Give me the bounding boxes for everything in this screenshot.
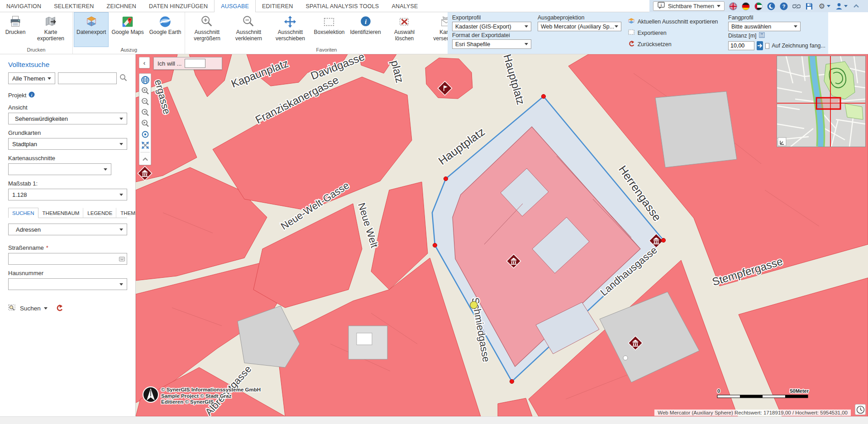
zoom-next-icon[interactable] — [141, 119, 150, 128]
selection-vertex[interactable] — [433, 243, 437, 247]
projection-column: Ausgabeprojektion Web Mercator (Auxiliar… — [538, 14, 621, 52]
svg-text:0: 0 — [717, 388, 720, 394]
flag-de-icon[interactable] — [742, 2, 750, 10]
ribbon-button-ausschnitt-verschieben[interactable]: Ausschnitt verschieben — [269, 12, 311, 47]
chevron-down-icon — [794, 25, 797, 28]
poi-marker[interactable] — [470, 301, 477, 309]
zoom-out-icon[interactable] — [141, 97, 150, 106]
menu-tab-daten-hinzufügen[interactable]: DATEN HINZUFÜGEN — [143, 0, 214, 12]
collapse-ribbon-icon[interactable] — [852, 2, 860, 10]
ribbon-button-google-earth[interactable]: Google Earth — [147, 12, 184, 47]
format-select[interactable]: Esri Shapefile — [452, 39, 531, 49]
flag-uk-icon[interactable] — [729, 2, 737, 10]
theme-filter-select[interactable]: Alle Themen — [8, 72, 55, 84]
suchen-button[interactable]: Suchen — [20, 305, 41, 312]
snap-drawing-checkbox[interactable] — [765, 43, 770, 49]
export-action-exportieren[interactable]: Exportieren — [628, 29, 722, 37]
visible-themes-button[interactable]: i Sichtbare Themen — [653, 1, 725, 11]
save-icon[interactable] — [805, 2, 813, 10]
chevron-down-icon — [119, 143, 123, 145]
collapse-up-icon[interactable] — [141, 155, 150, 164]
chevron-down-icon[interactable] — [44, 307, 48, 310]
hausnummer-select[interactable] — [8, 278, 127, 290]
search-icon[interactable] — [119, 74, 127, 83]
fulltext-search-input[interactable] — [58, 72, 117, 84]
fangprofil-select[interactable]: Bitte auswählen — [728, 22, 801, 31]
zoom-prev-icon[interactable] — [141, 108, 150, 117]
selection-vertex[interactable] — [661, 238, 665, 242]
strassenname-label: Straßenname — [8, 244, 44, 251]
menu-tab-navigation[interactable]: NAVIGATION — [0, 0, 48, 12]
chevron-down-icon — [525, 25, 528, 28]
ansicht-select[interactable]: Sehenswürdigkeiten — [8, 113, 127, 124]
exportprofil-select[interactable]: Kadaster (GIS-Export) — [452, 22, 531, 31]
clock-icon[interactable] — [855, 404, 866, 415]
strassenname-input[interactable] — [8, 253, 127, 265]
crescent-icon[interactable] — [767, 2, 775, 10]
chevron-down-icon — [104, 168, 107, 171]
sidebar: Volltextsuche Alle Themen Projekt i Ansi… — [0, 54, 136, 416]
calculator-icon[interactable] — [759, 32, 765, 39]
chevron-down-icon — [119, 118, 123, 120]
grundkarten-select[interactable]: Stadtplan — [8, 138, 127, 150]
export-action-zurücksetzen[interactable]: Zurücksetzen — [628, 40, 722, 48]
ribbon-button-label: Identifizieren — [350, 29, 381, 42]
distanz-input[interactable] — [728, 41, 754, 50]
flag-ae-icon[interactable] — [754, 2, 763, 10]
grundkarten-label: Grundkarten — [8, 129, 127, 136]
ribbon-button-drucken[interactable]: Drucken — [1, 12, 30, 47]
sidebar-collapse-button[interactable]: ‹ — [139, 57, 150, 68]
selection-vertex[interactable] — [541, 94, 545, 98]
box-select-icon — [322, 14, 336, 29]
massstab-select[interactable]: 1.128 — [8, 189, 127, 200]
ribbon-button-identifizieren[interactable]: iIdentifizieren — [348, 12, 384, 47]
help-icon[interactable]: ? — [780, 2, 788, 10]
export-action-label: Zurücksetzen — [638, 41, 672, 48]
info-icon[interactable]: i — [29, 91, 35, 99]
ribbon-button-google-maps[interactable]: Google Maps — [109, 12, 146, 47]
export-action-aktuellen-ausschnitt-exportieren[interactable]: Aktuellen Ausschnitt exportieren — [628, 17, 722, 26]
menu-tab-spatial-analysis-tools[interactable]: SPATIAL ANALYSIS TOOLS — [299, 0, 385, 12]
extent-rectangle[interactable] — [816, 98, 840, 109]
menu-tab-editieren[interactable]: EDITIEREN — [256, 0, 299, 12]
projection-select[interactable]: Web Mercator (Auxiliary Sp... — [538, 22, 621, 31]
dataexport-icon — [85, 14, 98, 29]
settings-menu[interactable]: ⚙ — [818, 2, 830, 10]
menu-tab-ausgabe[interactable]: AUSGABE — [214, 0, 256, 12]
map-canvas[interactable]: ergasseKapaunplatzDavidgasseFranziskaner… — [136, 54, 868, 416]
ribbon-button-auswahl-löschen[interactable]: Auswahl löschen — [384, 12, 425, 47]
sidebar-tab-themenbaum[interactable]: THEMENBAUM — [38, 208, 84, 218]
sidebar-tab-suchen[interactable]: SUCHEN — [8, 208, 38, 218]
overview-minimap[interactable] — [777, 56, 866, 147]
ribbon-button-datenexport[interactable]: Datenexport — [74, 12, 109, 47]
full-extent-icon[interactable] — [141, 141, 150, 150]
link-icon[interactable] — [792, 2, 801, 10]
menu-tab-selektieren[interactable]: SELEKTIEREN — [48, 0, 100, 12]
apply-distance-button[interactable] — [757, 41, 763, 50]
selection-vertex[interactable] — [510, 379, 514, 383]
kartenausschnitte-select[interactable] — [8, 163, 111, 175]
ribbon-button-karte-exportieren[interactable]: Karte exportieren — [30, 12, 72, 47]
google-earth-icon — [158, 14, 172, 29]
globe-icon[interactable] — [141, 76, 150, 85]
ribbon-button-boxselektion[interactable]: Boxselektion — [311, 12, 347, 47]
menu-tab-zeichnen[interactable]: ZEICHNEN — [100, 0, 143, 12]
keyboard-icon[interactable] — [119, 256, 125, 263]
selection-vertex[interactable] — [444, 176, 448, 181]
menu-tab-analyse[interactable]: ANALYSE — [385, 0, 424, 12]
ribbon-button-label: Boxselektion — [314, 29, 344, 42]
reset-search-icon[interactable] — [55, 304, 63, 313]
snap-drawing-label: Auf Zeichnung fang... — [772, 43, 825, 49]
ribbon-button-ausschnitt-verkleinern[interactable]: Ausschnitt verkleinern — [228, 12, 269, 47]
dashed-box-mini-icon — [628, 29, 635, 37]
user-menu[interactable] — [835, 2, 848, 10]
map-viewport[interactable]: ergasseKapaunplatzDavidgasseFranziskaner… — [136, 54, 868, 416]
zoom-in-icon[interactable] — [141, 86, 150, 95]
center-map-icon[interactable] — [141, 130, 150, 139]
ribbon: DruckenKarte exportierenDruckenDatenexpo… — [0, 12, 868, 54]
sidebar-tab-legende[interactable]: LEGENDE — [83, 208, 116, 218]
ribbon-button-ausschnitt-vergrößern[interactable]: Ausschnitt vergrößern — [186, 12, 228, 47]
ribbon-group-label: Favoriten — [186, 47, 467, 54]
ich-will-input[interactable] — [185, 59, 205, 68]
search-category-select[interactable]: Adressen — [8, 224, 127, 235]
